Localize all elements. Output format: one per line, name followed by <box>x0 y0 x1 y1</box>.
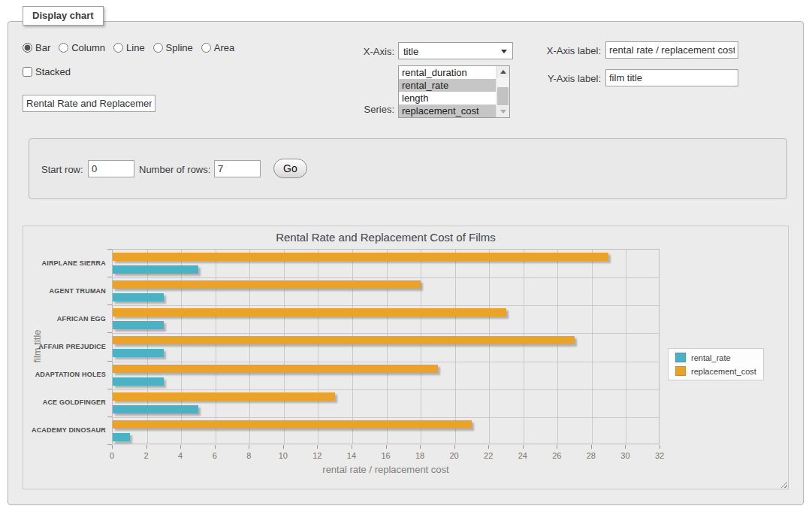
bar-rental_rate <box>113 349 164 357</box>
series-option-replacement_cost[interactable]: replacement_cost <box>399 105 497 117</box>
chart-type-option-column[interactable]: Column <box>59 42 105 53</box>
x-tick-mark <box>180 445 181 449</box>
y-tick-mark <box>107 361 112 362</box>
chart-type-option-spline[interactable]: Spline <box>153 42 193 53</box>
xaxis-select[interactable]: title <box>398 42 513 59</box>
y-tick-mark <box>107 444 112 445</box>
gridline-x <box>216 250 216 444</box>
stacked-option[interactable]: Stacked <box>23 66 71 77</box>
x-tick-mark <box>420 445 421 449</box>
gridline-x <box>387 250 388 444</box>
series-multiselect[interactable]: rental_durationrental_ratelengthreplacem… <box>398 65 510 118</box>
bar-rental_rate <box>113 405 198 414</box>
category-label: AIRPLANE SIERRA <box>23 259 106 267</box>
gridline-x <box>318 250 318 444</box>
xaxis-label-label: X-Axis label: <box>526 45 601 56</box>
display-chart-page: Display chart BarColumnLineSplineArea St… <box>0 0 812 512</box>
series-option-rental_duration[interactable]: rental_duration <box>399 66 497 79</box>
series-option-rental_rate[interactable]: rental_rate <box>399 79 497 92</box>
scrollbar-thumb[interactable] <box>497 87 509 105</box>
series-select-label: Series: <box>323 104 394 115</box>
chart-type-option-line[interactable]: Line <box>113 42 145 53</box>
bar-rental_rate <box>113 433 130 441</box>
scroll-down-button[interactable] <box>497 106 509 117</box>
x-tick-label: 2 <box>135 451 158 460</box>
chart-type-radio-bar[interactable] <box>23 43 32 53</box>
bar-replacement_cost <box>113 308 506 317</box>
x-tick-label: 6 <box>204 451 226 460</box>
category-label: ACADEMY DINOSAUR <box>23 426 106 434</box>
stacked-label: Stacked <box>35 66 71 77</box>
go-button[interactable]: Go <box>273 159 307 178</box>
x-tick-mark <box>625 445 626 449</box>
x-tick-label: 26 <box>545 451 568 460</box>
x-tick-label: 24 <box>512 451 534 460</box>
xaxis-label-input[interactable] <box>605 41 738 59</box>
chart-type-radio-spline[interactable] <box>153 43 163 53</box>
chart-area: Rental Rate and Replacement Cost of Film… <box>23 226 789 489</box>
bar-replacement_cost <box>113 365 438 373</box>
bar-replacement_cost <box>113 336 575 344</box>
series-multiselect-options: rental_durationrental_ratelengthreplacem… <box>399 66 509 117</box>
y-tick-mark <box>107 332 112 333</box>
x-tick-mark <box>215 445 216 449</box>
gridline-x <box>524 250 524 444</box>
gridline-y <box>113 305 659 306</box>
chart-type-option-bar[interactable]: Bar <box>23 42 50 53</box>
x-tick-mark <box>352 445 352 449</box>
start-row-input[interactable] <box>88 160 134 177</box>
chart-type-radio-area[interactable] <box>201 43 211 53</box>
yaxis-label-input[interactable] <box>605 69 738 86</box>
x-tick-mark <box>557 445 557 449</box>
bar-replacement_cost <box>113 280 421 289</box>
num-rows-input[interactable] <box>214 160 261 177</box>
xaxis-select-value: title <box>403 46 418 57</box>
chart-type-option-area[interactable]: Area <box>201 42 234 53</box>
x-tick-mark <box>523 445 524 449</box>
x-tick-label: 28 <box>580 451 602 460</box>
legend-label: replacement_cost <box>691 367 756 376</box>
gridline-x <box>181 250 182 444</box>
x-tick-label: 18 <box>409 451 431 460</box>
chart-type-label: Bar <box>35 42 50 53</box>
x-tick-label: 12 <box>306 451 328 460</box>
legend-swatch <box>675 366 686 376</box>
chart-type-label: Area <box>214 42 234 53</box>
chart-type-label: Column <box>71 42 105 53</box>
chart-type-group: BarColumnLineSplineArea <box>23 42 234 53</box>
bar-rental_rate <box>113 265 198 274</box>
chart-title-input[interactable] <box>23 95 155 112</box>
panel-title: Display chart <box>23 6 104 26</box>
x-tick-mark <box>112 445 113 449</box>
chevron-down-icon <box>501 50 507 53</box>
y-tick-mark <box>107 417 112 417</box>
chart-type-radio-column[interactable] <box>59 43 68 53</box>
stacked-checkbox[interactable] <box>23 67 32 77</box>
x-tick-label: 0 <box>101 451 123 460</box>
x-tick-label: 30 <box>614 451 636 460</box>
y-tick-mark <box>107 304 112 305</box>
x-tick-label: 10 <box>272 451 294 460</box>
yaxis-label-label: Y-Axis label: <box>526 73 601 84</box>
resize-handle-icon[interactable] <box>779 480 787 488</box>
bar-rental_rate <box>113 293 164 301</box>
y-tick-mark <box>107 249 112 250</box>
series-scrollbar[interactable] <box>496 66 509 117</box>
gridline-x <box>489 250 490 444</box>
x-tick-mark <box>488 445 489 449</box>
x-tick-label: 16 <box>375 451 397 460</box>
series-option-length[interactable]: length <box>399 92 497 105</box>
chart-type-radio-line[interactable] <box>113 43 123 53</box>
x-tick-mark <box>146 445 147 449</box>
category-label: AFRICAN EGG <box>23 315 106 323</box>
x-tick-label: 8 <box>237 451 260 460</box>
plot-area <box>112 249 660 444</box>
scroll-up-button[interactable] <box>497 66 509 77</box>
y-tick-mark <box>107 277 112 277</box>
x-tick-mark <box>249 445 249 449</box>
gridline-y <box>113 277 659 278</box>
y-tick-mark <box>107 389 112 389</box>
num-rows-label: Number of rows: <box>139 164 210 175</box>
x-tick-label: 32 <box>648 451 671 460</box>
stacked-row: Stacked <box>23 66 71 77</box>
